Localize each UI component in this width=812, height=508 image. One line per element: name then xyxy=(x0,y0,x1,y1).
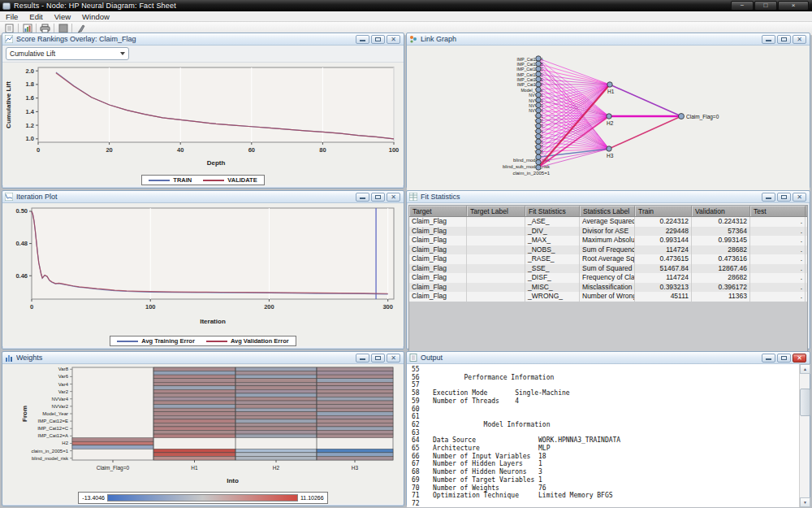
panel-maximize-button[interactable] xyxy=(777,35,791,44)
panel-close-button[interactable]: ✕ xyxy=(387,193,400,202)
panel-minimize-button[interactable] xyxy=(762,354,775,363)
column-header[interactable]: Train xyxy=(635,206,692,216)
table-cell: 45111 xyxy=(635,292,692,302)
menu-item-file[interactable]: File xyxy=(0,12,24,21)
line-chart-icon xyxy=(5,193,13,201)
table-cell xyxy=(467,217,525,227)
output-line: 70Number of Weights 76 xyxy=(412,484,799,493)
column-header[interactable]: Target xyxy=(409,206,467,216)
panel-minimize-button[interactable] xyxy=(356,354,369,363)
vertical-scrollbar[interactable]: ▲ ▼ xyxy=(799,364,810,507)
minimize-button[interactable]: − xyxy=(731,1,754,11)
menu-item-edit[interactable]: Edit xyxy=(24,12,48,21)
table-cell xyxy=(467,264,525,274)
panel-close-button[interactable]: ✕ xyxy=(793,193,806,202)
window-titlebar[interactable]: Results - Node: HP Neural Diagram: Fact … xyxy=(0,0,812,11)
maximize-button[interactable]: □ xyxy=(754,1,777,11)
column-header[interactable]: Statistics Label xyxy=(580,206,635,216)
table-cell: 0.393213 xyxy=(635,283,692,293)
panel-close-button[interactable]: ✕ xyxy=(387,35,400,44)
panel-minimize-button[interactable] xyxy=(356,193,369,202)
lift-chart: 0204060801001.01.21.41.61.82.0DepthCumul… xyxy=(2,63,400,171)
legend-entry: VALIDATE xyxy=(203,176,257,184)
svg-text:0.46: 0.46 xyxy=(15,272,28,280)
table-cell: Claim_Flag xyxy=(409,236,467,245)
svg-text:blind_sub_model_risk: blind_sub_model_risk xyxy=(503,164,551,169)
svg-text:1.0: 1.0 xyxy=(26,135,34,142)
table-row[interactable]: Claim_Flag_WRONG_Number of Wrong ...4511… xyxy=(409,292,807,302)
panel-minimize-button[interactable] xyxy=(762,193,775,202)
table-row[interactable]: Claim_Flag_DISF_Frequency of Class...114… xyxy=(409,273,807,283)
panel-minimize-button[interactable] xyxy=(356,35,369,44)
column-header[interactable]: Target Label xyxy=(467,206,525,216)
table-cell: . xyxy=(750,273,806,283)
panel-close-button[interactable]: ✕ xyxy=(793,35,806,44)
table-row[interactable]: Claim_Flag_MAX_Maximum Absolute ...0.993… xyxy=(409,236,807,245)
output-line: 56 Performance Information xyxy=(412,374,799,382)
svg-text:40: 40 xyxy=(177,146,184,154)
panel-maximize-button[interactable] xyxy=(371,193,385,202)
table-cell: Number of Wrong ... xyxy=(580,292,635,302)
svg-text:IMP_Cat12=A: IMP_Cat12=A xyxy=(37,433,68,438)
panel-maximize-button[interactable] xyxy=(371,35,385,44)
table-cell: 51467.84 xyxy=(635,264,692,274)
table-cell: Root Average Squa... xyxy=(580,254,635,264)
panel-close-button[interactable]: ✕ xyxy=(387,354,400,363)
svg-text:80: 80 xyxy=(319,146,326,154)
column-header[interactable]: Test xyxy=(750,206,806,216)
output-titlebar[interactable]: Output ✕ xyxy=(407,352,810,364)
panel-title: Link Graph xyxy=(421,35,762,43)
table-row[interactable]: Claim_Flag_ASE_Average Squared E...0.224… xyxy=(409,217,807,227)
table-cell: _MISC_ xyxy=(525,283,580,293)
panel-maximize-button[interactable] xyxy=(371,354,385,363)
svg-text:H3: H3 xyxy=(607,153,614,158)
panel-close-button[interactable]: ✕ xyxy=(793,354,806,363)
table-cell xyxy=(467,254,525,264)
output-line: 67Number of Hidden Layers 1 xyxy=(412,460,799,468)
output-line: 69Number of Target Variables 1 xyxy=(412,476,799,484)
panel-maximize-button[interactable] xyxy=(777,193,791,202)
app-icon xyxy=(2,2,11,10)
fit-statistics-titlebar[interactable]: Fit Statistics ✕ xyxy=(407,191,810,203)
svg-text:Var6: Var6 xyxy=(58,374,69,379)
table-cell: _ASE_ xyxy=(525,217,580,227)
link-graph-titlebar[interactable]: Link Graph ✕ xyxy=(407,33,810,46)
table-cell: 0.993144 xyxy=(635,236,692,245)
panel-minimize-button[interactable] xyxy=(762,35,775,44)
score-rankings-titlebar[interactable]: Score Rankings Overlay: Claim_Flag ✕ xyxy=(2,33,404,46)
legend-swatch xyxy=(117,341,138,342)
svg-text:H1: H1 xyxy=(607,89,615,94)
table-cell: 114724 xyxy=(635,273,692,283)
table-cell xyxy=(467,245,525,255)
column-header[interactable]: Fit Statistics xyxy=(525,206,580,216)
svg-text:60: 60 xyxy=(248,146,255,154)
menu-item-view[interactable]: View xyxy=(49,12,76,21)
chart-type-dropdown[interactable]: Cumulative Lift xyxy=(6,47,129,60)
table-row[interactable]: Claim_Flag_NOBS_Sum of Frequencies114724… xyxy=(409,245,807,255)
scrollbar-thumb[interactable] xyxy=(800,389,810,416)
scroll-down-icon[interactable]: ▼ xyxy=(800,497,810,507)
table-row[interactable]: Claim_Flag_DIV_Divisor for ASE2294485736… xyxy=(409,227,807,237)
table-cell: 12867.46 xyxy=(692,264,750,274)
column-header[interactable]: Validation xyxy=(692,206,750,216)
iteration-plot-titlebar[interactable]: Iteration Plot ✕ xyxy=(2,191,404,203)
table-cell: . xyxy=(750,254,806,264)
menu-item-window[interactable]: Window xyxy=(76,12,115,21)
output-line: 57 xyxy=(412,381,799,389)
weights-titlebar[interactable]: Weights ✕ xyxy=(2,352,404,364)
table-cell xyxy=(467,236,525,245)
table-row[interactable]: Claim_Flag_RASE_Root Average Squa...0.47… xyxy=(409,254,807,264)
weights-heatmap: Var8Var6Var4Var2NVVar4NVVar2Model_YearIM… xyxy=(2,364,400,488)
table-cell: 57364 xyxy=(692,227,750,237)
svg-text:Depth: Depth xyxy=(207,159,226,167)
svg-text:Model_Year: Model_Year xyxy=(42,411,68,416)
svg-text:Cumulative Lift: Cumulative Lift xyxy=(5,81,12,128)
panel-maximize-button[interactable] xyxy=(777,354,791,363)
table-cell: Sum of Squared Er... xyxy=(580,264,635,274)
bar-chart-icon xyxy=(5,354,13,362)
table-row[interactable]: Claim_Flag_MISC_Misclassification R...0.… xyxy=(409,283,807,293)
table-row[interactable]: Claim_Flag_SSE_Sum of Squared Er...51467… xyxy=(409,264,807,274)
close-button[interactable]: × xyxy=(778,1,809,11)
svg-text:Iteration: Iteration xyxy=(200,318,226,325)
scroll-up-icon[interactable]: ▲ xyxy=(800,364,810,374)
